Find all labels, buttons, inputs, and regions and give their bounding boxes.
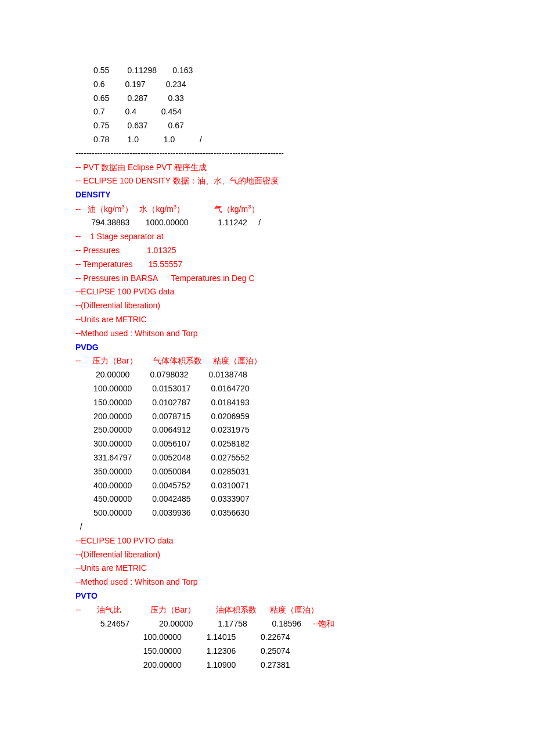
keyword-pvdg: PVDG: [75, 341, 459, 355]
pvto-header: -- 油气比 压力（Bar） 油体积系数 粘度（厘泊）: [75, 603, 459, 617]
comment-separator-stage: -- 1 Stage separator at: [75, 230, 459, 244]
pvdg-row: 300.00000 0.0056107 0.0258182: [75, 437, 459, 451]
comment-pvto-method: --Method used : Whitson and Torp: [75, 575, 459, 589]
table-row: 0.65 0.287 0.33: [75, 92, 459, 106]
pvdg-row: 400.00000 0.0045752 0.0310071: [75, 479, 459, 493]
comment-temperatures: -- Temperatures 15.55557: [75, 258, 459, 272]
pvdg-row: 331.64797 0.0052048 0.0275552: [75, 451, 459, 465]
density-values: 794.38883 1000.00000 1.11242 /: [75, 216, 459, 230]
pvto-row: 200.00000 1.10900 0.27381: [75, 658, 459, 672]
table-row: 0.55 0.11298 0.163: [75, 64, 459, 78]
pvdg-row: 250.00000 0.0064912 0.0231975: [75, 423, 459, 437]
table-row: 0.7 0.4 0.454: [75, 105, 459, 119]
comment-pvdg-method: --Method used : Whitson and Torp: [75, 327, 459, 341]
comment-pressures: -- Pressures 1.01325: [75, 244, 459, 258]
pvdg-row: 20.00000 0.0798032 0.0138748: [75, 368, 459, 382]
comment-density-desc: -- ECLIPSE 100 DENSITY 数据：油、水、气的地面密度: [75, 174, 459, 188]
table-row: 0.6 0.197 0.234: [75, 78, 459, 92]
density-header: -- 油（kg/m3） 水（kg/m3） 气（kg/m3）: [75, 202, 459, 216]
table-row: 0.75 0.637 0.67: [75, 119, 459, 133]
pvdg-row: 450.00000 0.0042485 0.0333907: [75, 492, 459, 506]
comment-pvto-diff: --(Differential liberation): [75, 548, 459, 562]
pvdg-row: 150.00000 0.0102787 0.0184193: [75, 396, 459, 410]
pvdg-terminator: /: [75, 520, 459, 534]
pvdg-row: 500.00000 0.0039936 0.0356630: [75, 506, 459, 520]
keyword-pvto: PVTO: [75, 589, 459, 603]
comment-pvto-data: --ECLIPSE 100 PVTO data: [75, 534, 459, 548]
comment-pvdg-units: --Units are METRIC: [75, 313, 459, 327]
comment-pvdg-data: --ECLIPSE 100 PVDG data: [75, 285, 459, 299]
pvdg-row: 200.00000 0.0078715 0.0206959: [75, 410, 459, 424]
comment-pvto-units: --Units are METRIC: [75, 561, 459, 575]
divider-line: ----------------------------------------…: [75, 147, 459, 161]
comment-pvdg-diff: --(Differential liberation): [75, 299, 459, 313]
table-row: 0.78 1.0 1.0 /: [75, 133, 459, 147]
comment-units: -- Pressures in BARSA Temperatures in De…: [75, 272, 459, 286]
pvdg-row: 100.00000 0.0153017 0.0164720: [75, 382, 459, 396]
keyword-density: DENSITY: [75, 188, 459, 202]
pvto-row: 150.00000 1.12306 0.25074: [75, 645, 459, 658]
pvdg-row: 350.00000 0.0050084 0.0285031: [75, 465, 459, 479]
pvdg-header: -- 压力（Bar） 气体体积系数 粘度（厘泊）: [75, 354, 459, 368]
pvto-row: 100.00000 1.14015 0.22674: [75, 631, 459, 645]
pvto-row: 5.24657 20.00000 1.17758 0.18596 --饱和: [75, 617, 459, 631]
comment-pvt-gen: -- PVT 数据由 Eclipse PVT 程序生成: [75, 161, 459, 175]
